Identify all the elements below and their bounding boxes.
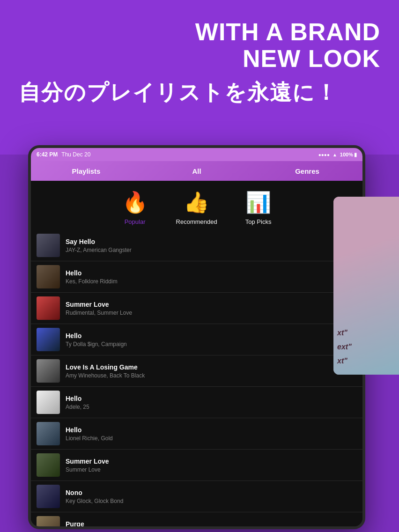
wifi-icon: ▲ — [332, 152, 337, 157]
app-content: 🔥 Popular 👍 Recommended 📊 Top Picks Say … — [31, 181, 362, 526]
status-time: 6:42 PM — [37, 151, 58, 158]
song-item[interactable]: Love Is A Losing Game Amy Winehouse, Bac… — [31, 355, 362, 387]
song-info: Summer Love Summer Love — [66, 458, 357, 473]
song-title: Nono — [66, 489, 357, 496]
song-artist: Amy Winehouse, Back To Black — [66, 372, 357, 379]
song-info: Summer Love Rudimental, Summer Love — [66, 301, 357, 316]
signal-icon: ●●●● — [318, 152, 330, 157]
song-list: Say Hello JAY-Z, American Gangster Hello… — [31, 230, 362, 526]
song-artist: Kes, Folklore Riddim — [66, 278, 357, 285]
song-title: Say Hello — [66, 238, 357, 245]
song-title: Hello — [66, 426, 357, 434]
tab-all[interactable]: All — [141, 161, 252, 181]
popular-label: Popular — [125, 218, 146, 225]
song-artist: Rudimental, Summer Love — [66, 310, 357, 316]
song-item[interactable]: Hello Adele, 25 — [31, 387, 362, 418]
fire-icon: 🔥 — [122, 190, 148, 214]
category-toppicks[interactable]: 📊 Top Picks — [245, 190, 272, 225]
song-info: Hello Ty Dolla $ign, Campaign — [66, 332, 357, 347]
song-item[interactable]: Hello Lionel Richie, Gold — [31, 418, 362, 450]
song-info: Purge Bas, Milky Way — [66, 520, 357, 527]
song-artist: Ty Dolla $ign, Campaign — [66, 341, 357, 347]
song-info: Say Hello JAY-Z, American Gangster — [66, 238, 357, 253]
song-item[interactable]: Hello Ty Dolla $ign, Campaign — [31, 324, 362, 355]
song-thumbnail — [37, 422, 60, 445]
song-item[interactable]: Summer Love Rudimental, Summer Love — [31, 293, 362, 324]
toppicks-label: Top Picks — [245, 218, 272, 225]
overlay-text-1: xt" — [337, 329, 347, 337]
song-title: Hello — [66, 395, 357, 402]
hero-title-line1: WITH A BRAND — [195, 18, 380, 45]
song-item[interactable]: Say Hello JAY-Z, American Gangster — [31, 230, 362, 261]
song-artist: Adele, 25 — [66, 404, 357, 410]
category-recommended[interactable]: 👍 Recommended — [176, 190, 217, 225]
song-info: Hello Lionel Richie, Gold — [66, 426, 357, 442]
song-thumbnail — [37, 234, 60, 257]
status-right: ●●●● ▲ 100% ▮ — [318, 152, 357, 158]
song-info: Hello Kes, Folklore Riddim — [66, 269, 357, 285]
nav-tabs: Playlists All Genres — [31, 161, 362, 181]
song-thumbnail — [37, 359, 60, 383]
song-item[interactable]: Summer Love Summer Love — [31, 450, 362, 481]
battery-level: 100% — [340, 152, 353, 157]
song-artist: Key Glock, Glock Bond — [66, 498, 357, 504]
category-icons-row: 🔥 Popular 👍 Recommended 📊 Top Picks — [31, 181, 362, 230]
song-info: Hello Adele, 25 — [66, 395, 357, 410]
status-bar: 6:42 PM Thu Dec 20 ●●●● ▲ 100% ▮ — [31, 148, 362, 161]
song-artist: Lionel Richie, Gold — [66, 435, 357, 442]
hero-title: WITH A BRAND NEW LOOK — [19, 19, 380, 72]
song-thumbnail — [37, 516, 60, 526]
thumbsup-icon: 👍 — [184, 190, 209, 214]
song-item[interactable]: Hello Kes, Folklore Riddim — [31, 261, 362, 293]
hero-section: WITH A BRAND NEW LOOK 自分のプレイリストを永遠に！ — [0, 0, 399, 104]
song-thumbnail — [37, 453, 60, 477]
song-thumbnail — [37, 391, 60, 414]
song-item[interactable]: Purge Bas, Milky Way — [31, 512, 362, 526]
song-thumbnail — [37, 265, 60, 288]
song-thumbnail — [37, 328, 60, 351]
device-frame: 6:42 PM Thu Dec 20 ●●●● ▲ 100% ▮ Playlis… — [28, 145, 365, 529]
tab-genres[interactable]: Genres — [252, 161, 362, 181]
battery-icon-symbol: ▮ — [354, 152, 357, 158]
overlay-text-3: xt" — [337, 357, 347, 365]
recommended-label: Recommended — [176, 218, 217, 225]
category-popular[interactable]: 🔥 Popular — [122, 190, 148, 225]
chart-icon: 📊 — [245, 190, 271, 214]
song-item[interactable]: Nono Key Glock, Glock Bond — [31, 481, 362, 512]
hero-subtitle: 自分のプレイリストを永遠に！ — [19, 81, 380, 104]
song-info: Nono Key Glock, Glock Bond — [66, 489, 357, 504]
battery-indicator: 100% ▮ — [340, 152, 357, 158]
song-artist: Summer Love — [66, 466, 357, 473]
song-title: Summer Love — [66, 458, 357, 465]
song-title: Hello — [66, 269, 357, 277]
person-overlay: xt" ext" xt" — [333, 197, 399, 375]
song-title: Summer Love — [66, 301, 357, 308]
overlay-text-2: ext" — [337, 343, 352, 351]
tab-playlists[interactable]: Playlists — [31, 161, 141, 181]
status-left: 6:42 PM Thu Dec 20 — [37, 151, 90, 158]
song-info: Love Is A Losing Game Amy Winehouse, Bac… — [66, 363, 357, 379]
song-title: Love Is A Losing Game — [66, 363, 357, 371]
status-date: Thu Dec 20 — [61, 151, 90, 158]
song-title: Purge — [66, 520, 357, 527]
song-thumbnail — [37, 296, 60, 320]
song-title: Hello — [66, 332, 357, 340]
song-artist: JAY-Z, American Gangster — [66, 247, 357, 253]
hero-title-line2: NEW LOOK — [243, 45, 380, 72]
song-thumbnail — [37, 485, 60, 508]
